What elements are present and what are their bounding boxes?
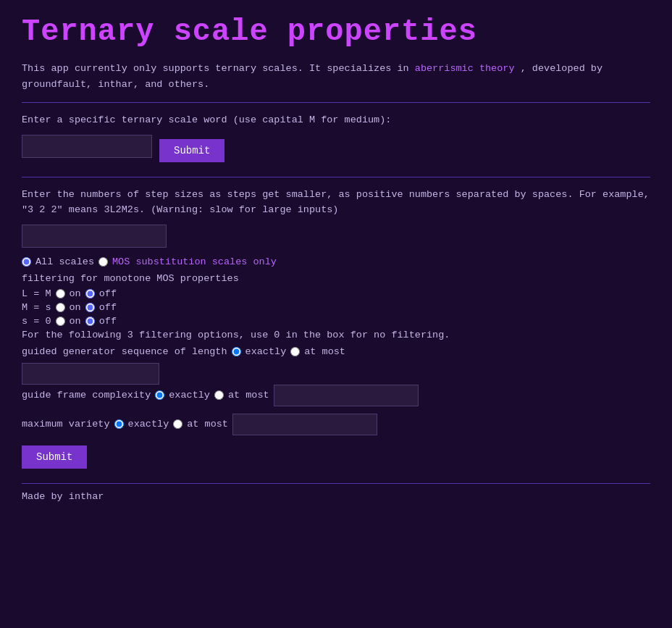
gen-seq-atmost-label: at most [304,346,345,357]
all-scales-label: All scales [35,256,94,267]
lm-on-label: on [70,288,81,299]
variety-atmost-label: at most [187,419,228,430]
section2-label: Enter the numbers of step sizes as steps… [22,188,650,217]
gen-seq-exactly-radio[interactable] [232,347,241,356]
complexity-label: guide frame complexity [22,390,151,401]
page-title: Ternary scale properties [22,14,650,49]
description-part1: This app currently only supports ternary… [22,63,409,74]
footer: Made by inthar [22,483,650,502]
ms-off-radio[interactable] [85,303,95,312]
section1-submit-button[interactable]: Submit [159,139,224,162]
gen-seq-exactly-label: exactly [245,346,287,357]
gen-seq-input[interactable]: 0 [22,363,159,385]
scale-word-input[interactable] [22,135,152,158]
filter-ms-row: M = s on off [22,302,650,313]
variety-input[interactable]: 0 [232,414,377,435]
complexity-exactly-label: exactly [169,390,210,401]
filter-s0-label: s = 0 [22,316,51,327]
mos-only-label: MOS substitution scales only [112,256,277,267]
complexity-atmost-label: at most [228,390,269,401]
ms-on-label: on [70,302,81,313]
aberrismic-theory-link[interactable]: aberrismic theory [415,63,515,74]
s0-on-label: on [70,316,81,327]
variety-atmost-radio[interactable] [173,419,182,429]
variety-exactly-radio[interactable] [114,419,124,429]
complexity-atmost-radio[interactable] [214,390,224,400]
variety-row: maximum variety exactly at most 0 [22,414,650,435]
s0-off-label: off [99,316,117,327]
filter-s0-row: s = 0 on off [22,316,650,327]
monotone-filter-section: filtering for monotone MOS properties L … [22,273,650,327]
mos-only-radio[interactable] [98,257,108,267]
description: This app currently only supports ternary… [22,61,650,92]
filter-ms-label: M = s [22,302,51,313]
variety-exactly-label: exactly [128,419,169,430]
complexity-input[interactable]: 0 [274,385,419,406]
filter-lm-row: L = M on off [22,288,650,299]
complexity-exactly-radio[interactable] [155,390,164,400]
section2-submit-button[interactable]: Submit [22,445,87,469]
scale-type-radio-row: All scales MOS substitution scales only [22,256,650,267]
all-scales-radio[interactable] [22,257,31,267]
section1-input-row: Submit [22,135,650,167]
gen-seq-row: guided generator sequence of length exac… [22,346,650,357]
lm-on-radio[interactable] [56,289,65,298]
lm-off-radio[interactable] [85,289,95,298]
section-scale-word: Enter a specific ternary scale word (use… [22,113,650,167]
section-step-sizes: Enter the numbers of step sizes as steps… [22,188,650,469]
gen-seq-label: guided generator sequence of length [22,346,227,357]
complexity-row: guide frame complexity exactly at most 0 [22,385,650,406]
divider-2 [22,177,650,177]
variety-label: maximum variety [22,419,110,430]
section1-label: Enter a specific ternary scale word (use… [22,113,650,127]
divider-1 [22,102,650,103]
filter-lm-label: L = M [22,288,51,299]
footer-text: Made by inthar [22,491,104,502]
lm-off-label: off [99,288,117,299]
step-sizes-input[interactable] [22,225,167,248]
s0-on-radio[interactable] [56,317,65,326]
filter-heading: filtering for monotone MOS properties [22,273,650,284]
ms-on-radio[interactable] [56,303,65,312]
ms-off-label: off [99,302,117,313]
gen-seq-atmost-radio[interactable] [290,347,300,356]
filtering-note: For the following 3 filtering options, u… [22,330,650,340]
s0-off-radio[interactable] [85,317,95,326]
